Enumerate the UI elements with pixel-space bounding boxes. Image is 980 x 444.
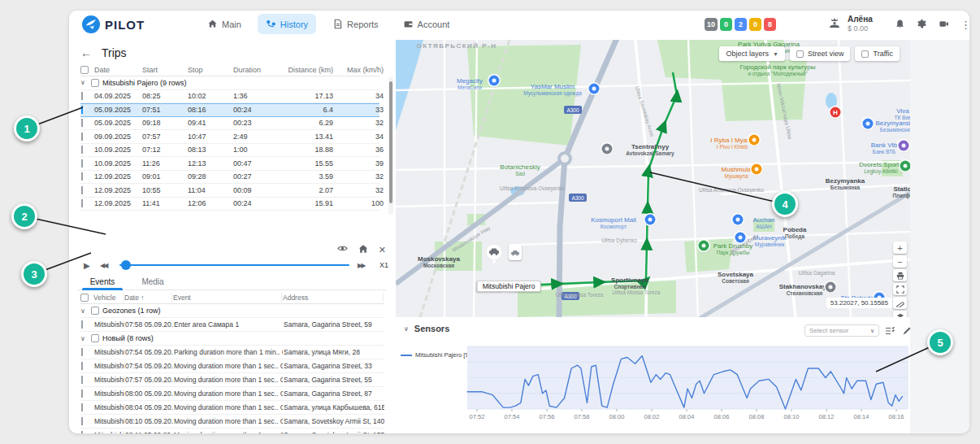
status-counter-4[interactable]: 8	[764, 18, 776, 31]
row-checkbox[interactable]	[81, 186, 83, 194]
event-row[interactable]: Mitsubishi Paj...07:54 05.09.20...Parkin…	[80, 346, 384, 359]
vehicle-label[interactable]: Mitsubishi Pajero	[477, 281, 541, 292]
nav-item-reports[interactable]: Reports	[324, 14, 387, 34]
row-checkbox[interactable]	[81, 320, 83, 329]
trip-row[interactable]: 05.09.202507:5108:1600:246.433	[80, 103, 379, 117]
row-checkbox[interactable]	[81, 362, 83, 370]
row-checkbox[interactable]	[81, 376, 83, 384]
yasmar-poi-icon[interactable]	[589, 84, 600, 94]
frame-select-icon[interactable]	[893, 283, 907, 295]
play-button[interactable]: ▶	[84, 261, 100, 270]
nav-item-history[interactable]: History	[258, 14, 316, 34]
restaurant-poi-icon[interactable]	[749, 135, 760, 146]
tab-media[interactable]: Media	[128, 273, 178, 289]
hospital-poi-icon[interactable]: H	[830, 107, 841, 118]
rewind-button[interactable]: ◀◀	[100, 262, 119, 269]
status-counter-2[interactable]: 2	[735, 18, 747, 31]
visibility-icon[interactable]	[337, 242, 348, 257]
mushmula-poi-icon[interactable]	[752, 164, 762, 175]
group-checkbox[interactable]	[91, 334, 99, 342]
trip-row[interactable]: 04.09.202508:2510:021:3617.1334	[80, 90, 379, 104]
print-icon[interactable]	[893, 269, 907, 281]
megacity-poi-icon[interactable]	[489, 76, 500, 86]
row-checkbox[interactable]	[81, 348, 83, 356]
trip-row[interactable]: 12.09.202511:4112:0600:2415.91100	[80, 198, 379, 211]
chevron-down-icon[interactable]: ∨	[80, 335, 91, 342]
gear-icon[interactable]	[917, 18, 927, 33]
speed-chart[interactable]: 07:5207:5407:5607:5808:0008:0208:0408:06…	[396, 317, 910, 433]
playback-slider[interactable]	[119, 260, 349, 270]
trips-group-row[interactable]: ∨Mitsubishi Pajero (9 rows)	[80, 76, 379, 90]
street-view-checkbox[interactable]	[796, 50, 804, 58]
row-checkbox[interactable]	[81, 133, 83, 141]
row-checkbox[interactable]	[81, 92, 83, 100]
row-checkbox[interactable]	[81, 417, 83, 425]
event-row[interactable]: Mitsubishi Paj...07:58 05.09.20...Enter …	[80, 318, 384, 332]
event-row[interactable]: Mitsubishi Paj...07:57 05.09.20...Moving…	[80, 373, 384, 387]
trip-row[interactable]: 12.09.202509:0109:2800:273.5932	[80, 171, 379, 185]
fast-forward-button[interactable]: ▶▶	[358, 262, 374, 269]
tab-events[interactable]: Events	[77, 273, 128, 289]
muraveynik-poi-icon[interactable]	[735, 233, 746, 243]
select-all-checkbox[interactable]	[80, 294, 89, 302]
bezymyanskiy-poi-icon[interactable]	[863, 119, 874, 129]
group-checkbox[interactable]	[91, 79, 99, 87]
row-checkbox[interactable]	[81, 159, 83, 168]
row-checkbox[interactable]	[81, 146, 83, 154]
trip-row[interactable]: 10.09.202511:2612:1300:4715.5539	[80, 157, 379, 171]
events-group-row[interactable]: ∨Geozones (1 row)	[80, 304, 384, 318]
kosmoport-poi-icon[interactable]	[645, 215, 656, 225]
traffic-checkbox[interactable]	[861, 50, 869, 58]
park-druzhby-poi-icon[interactable]	[699, 241, 709, 251]
close-icon[interactable]: ✕	[379, 245, 386, 255]
status-counter-3[interactable]: 0	[749, 18, 761, 31]
bell-icon[interactable]	[895, 18, 905, 33]
user-box[interactable]: Алёна $ 0.00	[826, 14, 873, 33]
status-counter-0[interactable]: 10	[705, 18, 718, 31]
chevron-down-icon[interactable]: ∨	[80, 307, 91, 315]
row-checkbox[interactable]	[81, 106, 83, 114]
row-checkbox[interactable]	[81, 199, 83, 207]
ruler-icon[interactable]	[893, 297, 907, 309]
trip-row[interactable]: 05.09.202509:1809:4100:236.2932	[80, 117, 379, 131]
event-row[interactable]: Mitsubishi Paj...08:00 05.09.20...Moving…	[80, 387, 384, 401]
layers-icon[interactable]	[893, 311, 907, 317]
events-group-row[interactable]: ∨Новый (8 rows)	[80, 332, 384, 346]
speed-button[interactable]: X1	[374, 261, 388, 269]
video-camera-icon[interactable]	[939, 18, 949, 33]
kebab-menu-icon[interactable]: ⋮	[960, 19, 969, 32]
status-counter-1[interactable]: 0	[720, 18, 732, 31]
event-row[interactable]: Mitsubishi Paj...08:04 05.09.20...Moving…	[80, 401, 384, 415]
group-checkbox[interactable]	[91, 307, 99, 315]
trip-row[interactable]: 09.09.202507:5710:472:4913.4134	[80, 130, 379, 144]
event-row[interactable]: Mitsubishi Paj...07:54 05.09.20...Moving…	[80, 359, 384, 373]
map[interactable]: A300A300A300 ОКТЯБРЬСКИЙ Р-НMegacityМега…	[396, 40, 910, 317]
traffic-toggle[interactable]: Traffic	[855, 46, 900, 61]
vehicle-marker[interactable]	[485, 243, 503, 268]
stakhanovskaya-station-icon[interactable]	[826, 282, 836, 293]
trip-row[interactable]: 10.09.202507:1208:131:0018.8836	[80, 144, 379, 158]
nav-item-main[interactable]: Main	[199, 14, 249, 34]
nav-item-account[interactable]: Account	[395, 14, 458, 34]
zoom-in-button[interactable]: +	[893, 242, 907, 254]
logo[interactable]: PILOT	[82, 15, 145, 33]
zoom-out-button[interactable]: −	[893, 255, 907, 268]
row-checkbox[interactable]	[81, 172, 83, 181]
row-checkbox[interactable]	[81, 119, 83, 127]
home-view-icon[interactable]	[358, 242, 368, 257]
auchan-poi-icon[interactable]	[733, 215, 744, 225]
back-button[interactable]: ←	[80, 46, 92, 59]
row-checkbox[interactable]	[81, 403, 83, 411]
street-view-toggle[interactable]: Street view	[790, 46, 851, 61]
trips-scrollbar[interactable]	[388, 76, 393, 215]
chevron-down-icon[interactable]: ∨	[80, 79, 91, 86]
trip-row[interactable]: 12.09.202510:5511:0400:092.0732	[80, 184, 379, 198]
event-row[interactable]: Mitsubishi Paj...08:11 05.09.20...Moving…	[80, 429, 384, 433]
slider-handle[interactable]	[121, 260, 131, 270]
row-checkbox[interactable]	[81, 390, 83, 398]
select-all-checkbox[interactable]	[80, 66, 89, 74]
sports-palace-poi-icon[interactable]	[900, 161, 911, 172]
bank-vtb-poi-icon[interactable]	[899, 141, 909, 151]
event-row[interactable]: Mitsubishi Paj...08:10 05.09.20...Moving…	[80, 415, 384, 429]
row-checkbox[interactable]	[81, 431, 83, 433]
